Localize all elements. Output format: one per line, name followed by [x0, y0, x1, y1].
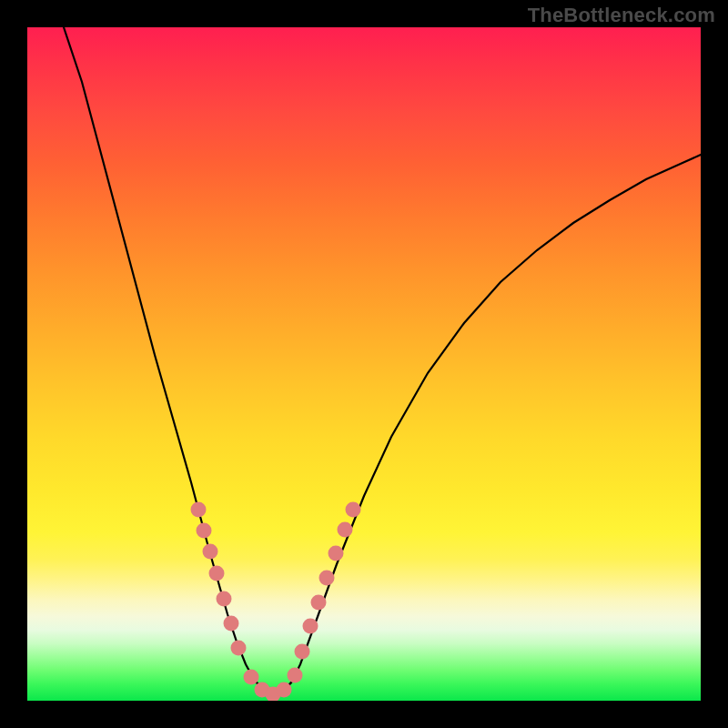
curve-left	[64, 27, 273, 694]
overlay-dot	[231, 641, 247, 656]
overlay-dot	[224, 616, 239, 632]
overlay-dot	[244, 670, 259, 685]
overlay-dot	[311, 595, 327, 611]
dots-group	[191, 502, 361, 702]
overlay-dot	[277, 682, 292, 698]
overlay-dot	[191, 502, 207, 518]
overlay-dot	[303, 619, 318, 634]
overlay-dot	[338, 522, 353, 538]
plot-area	[27, 27, 701, 701]
overlay-dot	[217, 592, 232, 607]
overlay-dot	[319, 571, 335, 586]
overlay-dot	[295, 644, 310, 660]
chart-frame: TheBottleneck.com	[0, 0, 728, 728]
overlay-dot	[329, 546, 344, 561]
overlay-dot	[203, 544, 218, 560]
curve-right	[282, 155, 701, 692]
curves-svg	[27, 27, 701, 701]
overlay-dot	[346, 502, 361, 518]
overlay-dot	[288, 668, 303, 683]
overlay-dot	[209, 566, 225, 581]
watermark-text: TheBottleneck.com	[528, 4, 715, 27]
overlay-dot	[197, 523, 212, 539]
